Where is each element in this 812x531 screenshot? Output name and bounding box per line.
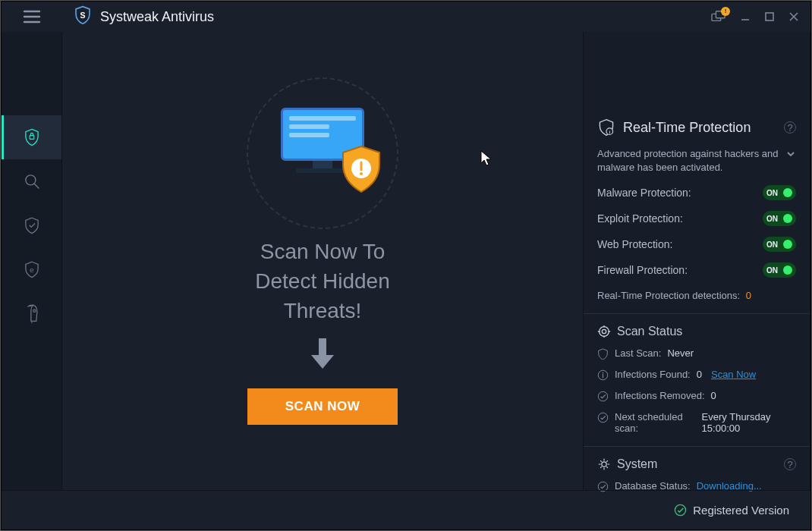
- arrow-down-icon: [308, 335, 337, 375]
- svg-rect-4: [30, 136, 34, 140]
- footer: Registered Version: [2, 490, 810, 529]
- notification-icon[interactable]: !: [710, 10, 727, 24]
- sidebar-item-scan[interactable]: [2, 159, 61, 203]
- menu-button[interactable]: [2, 2, 62, 32]
- realtime-detections: Real-Time Protection detections: 0: [597, 290, 796, 301]
- minimize-button[interactable]: [733, 5, 757, 29]
- sidebar-item-privacy[interactable]: e: [2, 247, 61, 291]
- exploit-toggle[interactable]: ON: [763, 211, 796, 226]
- footer-label: Registered Version: [693, 504, 789, 517]
- infections-removed-label: Infections Removed:: [615, 390, 705, 401]
- hero-illustration: [239, 85, 406, 214]
- notification-badge: !: [721, 7, 730, 16]
- system-title: System: [617, 457, 778, 471]
- realtime-section: i Real-Time Protection ? Advanced protec…: [584, 108, 810, 314]
- info-icon: [597, 369, 609, 381]
- firewall-toggle-label: Firewall Protection:: [597, 264, 688, 276]
- malware-toggle-label: Malware Protection:: [597, 187, 691, 199]
- svg-text:e: e: [30, 266, 33, 274]
- check-circle-icon: [674, 504, 687, 517]
- last-scan-value: Never: [667, 347, 694, 359]
- svg-point-16: [598, 413, 608, 423]
- shield-check-icon: [597, 348, 609, 360]
- check-circle-icon: [597, 391, 609, 402]
- close-button[interactable]: [782, 5, 806, 29]
- warning-shield-icon: [341, 146, 382, 193]
- next-scan-label: Next scheduled scan:: [615, 411, 696, 434]
- heading-line-2: Detect Hidden: [255, 266, 389, 296]
- app-title: Systweak Antivirus: [100, 9, 214, 25]
- heading-line-3: Threats!: [255, 296, 389, 325]
- svg-text:S: S: [80, 11, 85, 20]
- sidebar: e: [2, 32, 62, 490]
- shield-info-icon: i: [597, 118, 615, 137]
- last-scan-label: Last Scan:: [615, 347, 661, 359]
- realtime-description: Advanced protection against hackers and …: [597, 147, 779, 174]
- sidebar-item-shield[interactable]: [2, 203, 61, 247]
- chevron-down-icon[interactable]: [785, 149, 796, 163]
- svg-point-9: [360, 172, 363, 175]
- detections-label: Real-Time Protection detections:: [597, 290, 740, 301]
- help-icon[interactable]: ?: [784, 458, 796, 470]
- right-panel: i Real-Time Protection ? Advanced protec…: [583, 32, 810, 490]
- realtime-title: Real-Time Protection: [623, 120, 776, 136]
- sidebar-item-protection[interactable]: [2, 115, 61, 159]
- title-bar: S Systweak Antivirus !: [2, 2, 810, 32]
- firewall-toggle[interactable]: ON: [763, 262, 796, 278]
- scan-status-section: Scan Status Last Scan: Never Infections …: [584, 314, 810, 447]
- svg-point-13: [602, 330, 606, 334]
- sidebar-item-optimize[interactable]: [2, 291, 61, 335]
- infections-found-label: Infections Found:: [615, 369, 691, 380]
- gear-icon: [597, 457, 611, 471]
- web-toggle[interactable]: ON: [763, 237, 796, 252]
- main-panel: Scan Now To Detect Hidden Threats! SCAN …: [62, 32, 583, 490]
- svg-point-7: [33, 309, 35, 312]
- next-scan-value: Every Thursday 15:00:00: [702, 411, 796, 434]
- scan-now-button[interactable]: SCAN NOW: [247, 388, 398, 425]
- target-icon: [597, 325, 611, 338]
- main-heading: Scan Now To Detect Hidden Threats!: [255, 237, 389, 326]
- scan-status-title: Scan Status: [617, 325, 682, 338]
- heading-line-1: Scan Now To: [255, 237, 389, 266]
- detections-count: 0: [746, 290, 751, 301]
- malware-toggle[interactable]: ON: [763, 185, 796, 200]
- svg-point-19: [675, 504, 686, 515]
- help-icon[interactable]: ?: [784, 121, 796, 134]
- svg-point-17: [602, 462, 606, 467]
- svg-point-15: [598, 392, 608, 402]
- web-toggle-label: Web Protection:: [597, 238, 672, 250]
- svg-rect-3: [766, 13, 773, 20]
- check-circle-icon: [597, 412, 609, 423]
- maximize-button[interactable]: [757, 5, 782, 29]
- infections-removed-value: 0: [711, 390, 716, 401]
- shield-logo-icon: S: [73, 5, 93, 28]
- svg-point-12: [600, 327, 609, 337]
- app-logo: S Systweak Antivirus: [73, 5, 214, 28]
- infections-found-value: 0: [697, 369, 702, 380]
- exploit-toggle-label: Exploit Protection:: [597, 212, 683, 225]
- scan-now-link[interactable]: Scan Now: [711, 369, 756, 380]
